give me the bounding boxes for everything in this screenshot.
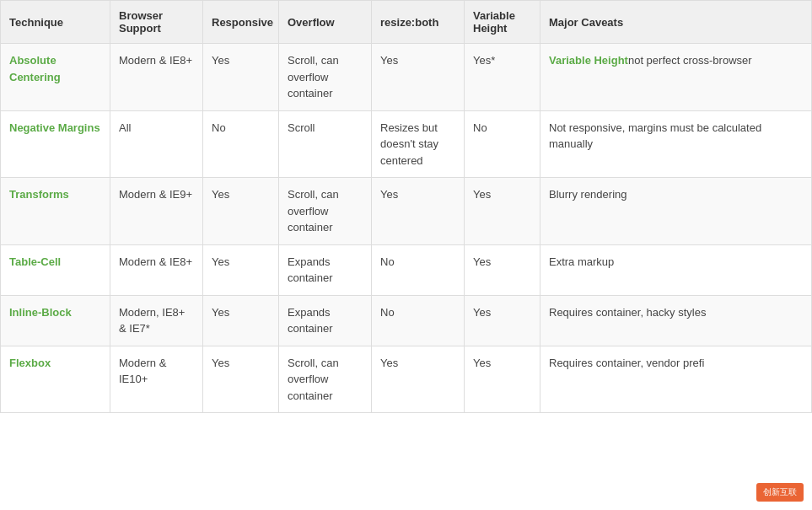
- caveats-cell: Requires container, hacky styles: [540, 295, 812, 346]
- technique-link[interactable]: Table-Cell: [9, 255, 61, 268]
- responsive-cell: Yes: [203, 295, 279, 346]
- resize-cell: Yes: [372, 44, 465, 111]
- header-row: Technique Browser Support Responsive Ove…: [1, 1, 812, 44]
- resize-cell: No: [372, 295, 465, 346]
- caveats-cell: Blurry rendering: [540, 178, 812, 245]
- varheight-cell: Yes: [465, 295, 540, 346]
- comparison-table-container: Technique Browser Support Responsive Ove…: [0, 0, 812, 413]
- browser-support-cell: Modern & IE8+: [110, 44, 203, 111]
- comparison-table: Technique Browser Support Responsive Ove…: [0, 0, 812, 413]
- responsive-cell: No: [203, 110, 279, 178]
- browser-support-cell: All: [110, 110, 203, 178]
- browser-support-cell: Modern & IE9+: [110, 178, 203, 245]
- responsive-cell: Yes: [203, 244, 279, 295]
- varheight-cell: Yes*: [465, 44, 540, 111]
- overflow-cell: Scroll, can overflow container: [279, 178, 372, 245]
- caveats-cell: Not responsive, margins must be calculat…: [540, 110, 812, 178]
- technique-link[interactable]: Flexbox: [9, 357, 51, 369]
- varheight-cell: Yes: [465, 346, 540, 413]
- header-browser: Browser Support: [110, 1, 203, 44]
- resize-cell: No: [372, 244, 465, 295]
- header-varheight: Variable Height: [465, 1, 540, 44]
- resize-cell: Resizes but doesn't stay centered: [372, 110, 465, 178]
- caveats-cell: Variable Heightnot perfect cross-browser: [540, 44, 812, 111]
- technique-link[interactable]: Absolute Centering: [9, 54, 61, 83]
- varheight-cell: Yes: [465, 178, 540, 245]
- header-resize: resize:both: [372, 1, 465, 44]
- technique-link[interactable]: Negative Margins: [9, 121, 100, 134]
- header-overflow: Overflow: [279, 1, 372, 44]
- table-row: Absolute CenteringModern & IE8+YesScroll…: [1, 44, 812, 111]
- table-row: TransformsModern & IE9+YesScroll, can ov…: [1, 178, 812, 245]
- header-caveats: Major Caveats: [540, 1, 812, 44]
- overflow-cell: Scroll, can overflow container: [279, 44, 372, 111]
- variable-height-link[interactable]: Variable Height: [549, 54, 628, 67]
- header-responsive: Responsive: [203, 1, 279, 44]
- responsive-cell: Yes: [203, 44, 279, 111]
- caveats-cell: Extra markup: [540, 244, 812, 295]
- overflow-cell: Expands container: [279, 244, 372, 295]
- overflow-cell: Scroll, can overflow container: [279, 346, 372, 413]
- responsive-cell: Yes: [203, 178, 279, 245]
- caveats-rest-text: not perfect cross-browser: [628, 54, 752, 67]
- header-technique: Technique: [1, 1, 110, 44]
- browser-support-cell: Modern & IE8+: [110, 244, 203, 295]
- browser-support-cell: Modern, IE8+ & IE7*: [110, 295, 203, 346]
- resize-cell: Yes: [372, 346, 465, 413]
- overflow-cell: Scroll: [279, 110, 372, 178]
- technique-link[interactable]: Inline-Block: [9, 306, 72, 319]
- table-row: Inline-BlockModern, IE8+ & IE7*YesExpand…: [1, 295, 812, 346]
- browser-support-cell: Modern & IE10+: [110, 346, 203, 413]
- caveats-cell: Requires container, vendor prefi: [540, 346, 812, 413]
- responsive-cell: Yes: [203, 346, 279, 413]
- varheight-cell: Yes: [465, 244, 540, 295]
- table-row: Table-CellModern & IE8+YesExpands contai…: [1, 244, 812, 295]
- resize-cell: Yes: [372, 178, 465, 245]
- varheight-cell: No: [465, 110, 540, 178]
- table-row: Negative MarginsAllNoScrollResizes but d…: [1, 110, 812, 178]
- technique-link[interactable]: Transforms: [9, 188, 69, 201]
- overflow-cell: Expands container: [279, 295, 372, 346]
- table-row: FlexboxModern & IE10+YesScroll, can over…: [1, 346, 812, 413]
